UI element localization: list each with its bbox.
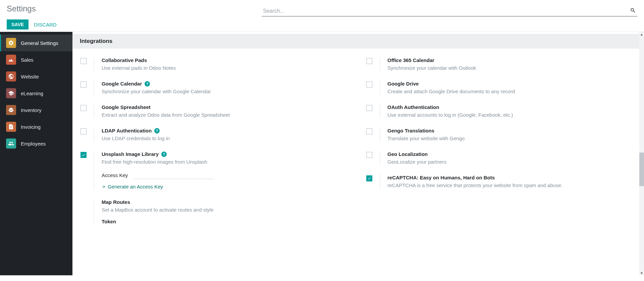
left-column: Collaborative PadsUse external pads in O… <box>80 54 350 230</box>
search-input[interactable] <box>262 6 637 16</box>
checkbox[interactable] <box>366 58 372 64</box>
discard-button[interactable]: DISCARD <box>34 22 57 27</box>
setting-body: Gengo TranslationsTranslate your website… <box>380 128 636 142</box>
setting-description: Create and attach Google Drive documents… <box>387 88 636 95</box>
setting-recaptcha-easy-on-humans-hard-on-bots: reCAPTCHA: Easy on Humans, Hard on Botsr… <box>366 171 636 195</box>
setting-title: reCAPTCHA: Easy on Humans, Hard on Bots <box>387 175 636 180</box>
checkbox[interactable] <box>366 175 372 181</box>
main-content: Integrations Collaborative PadsUse exter… <box>72 32 644 275</box>
help-icon[interactable]: ? <box>161 152 167 157</box>
setting-google-spreadsheet: Google SpreadsheetExtract and analyze Od… <box>80 101 350 124</box>
sidebar-item-inventory[interactable]: Inventory <box>0 102 72 118</box>
scrollbar-track[interactable]: ▲ ▼ <box>639 32 644 275</box>
setting-title: Collaborative Pads <box>102 57 350 63</box>
sidebar-item-label: Inventory <box>21 107 42 113</box>
setting-title-text: OAuth Authentication <box>387 104 439 110</box>
sidebar-item-label: General Settings <box>21 40 58 46</box>
setting-title-text: Google Calendar <box>102 81 142 87</box>
setting-title: Map Routes <box>102 199 350 205</box>
setting-description: Translate your website with Gengo <box>387 135 636 142</box>
body: General SettingsSalesWebsiteeLearningInv… <box>0 32 644 275</box>
header-bar: Settings SAVE DISCARD <box>0 0 644 32</box>
checkbox[interactable] <box>80 105 87 111</box>
setting-description: Synchronize your calendar with Outlook <box>387 64 636 71</box>
setting-title-text: LDAP Authentication <box>102 128 152 133</box>
setting-body: Google SpreadsheetExtract and analyze Od… <box>94 104 350 118</box>
sidebar-item-general-settings[interactable]: General Settings <box>0 35 72 51</box>
sidebar-item-invoicing[interactable]: Invoicing <box>0 118 72 135</box>
checkbox[interactable] <box>366 105 372 111</box>
sidebar-icon <box>6 55 16 65</box>
checkbox[interactable] <box>366 128 372 134</box>
integrations-block: Collaborative PadsUse external pads in O… <box>72 49 644 244</box>
checkbox[interactable] <box>80 128 87 134</box>
setting-title: Google Spreadsheet <box>102 104 350 110</box>
setting-oauth-authentication: OAuth AuthenticationUse external account… <box>366 101 636 124</box>
sidebar-item-label: Employees <box>21 141 46 147</box>
setting-ldap-authentication: LDAP Authentication?Use LDAP credentials… <box>80 124 350 148</box>
checkbox[interactable] <box>80 58 87 64</box>
checkbox[interactable] <box>80 152 87 158</box>
action-buttons: SAVE DISCARD <box>7 19 262 30</box>
setting-description: Use external pads in Odoo Notes <box>102 64 350 71</box>
setting-map-routes: Map RoutesSet a MapBox account to activa… <box>80 196 350 230</box>
setting-body: Office 365 CalendarSynchronize your cale… <box>380 57 636 71</box>
setting-title: Google Drive <box>387 81 636 87</box>
setting-title: Google Calendar? <box>102 81 350 87</box>
search-container <box>262 4 637 16</box>
generate-access-key-link[interactable]: Generate an Access Key <box>102 184 163 189</box>
checkbox[interactable] <box>366 152 372 158</box>
help-icon[interactable]: ? <box>145 81 150 87</box>
setting-office-365-calendar: Office 365 CalendarSynchronize your cale… <box>366 54 636 77</box>
sidebar-icon <box>6 138 16 149</box>
setting-geo-localization: Geo LocalizationGeoLocalize your partner… <box>366 148 636 171</box>
checkbox[interactable] <box>80 81 87 88</box>
setting-collaborative-pads: Collaborative PadsUse external pads in O… <box>80 54 350 77</box>
sidebar-item-employees[interactable]: Employees <box>0 135 72 152</box>
search-icon[interactable] <box>630 7 636 14</box>
access-key-row: Access Key <box>102 172 350 179</box>
setting-unsplash-image-library: Unsplash Image Library?Find free high-re… <box>80 148 350 196</box>
setting-body: Geo LocalizationGeoLocalize your partner… <box>380 151 636 165</box>
setting-body: OAuth AuthenticationUse external account… <box>380 104 636 118</box>
setting-title-text: Geo Localization <box>387 151 428 157</box>
sidebar-item-label: eLearning <box>21 91 43 96</box>
setting-body: Google DriveCreate and attach Google Dri… <box>380 81 636 95</box>
setting-description: Use external accounts to log in (Google,… <box>387 111 636 118</box>
sidebar-icon <box>6 105 16 115</box>
setting-title-text: Gengo Translations <box>387 128 434 133</box>
section-header-integrations: Integrations <box>72 34 644 49</box>
token-label: Token <box>102 219 350 224</box>
setting-body: Collaborative PadsUse external pads in O… <box>94 57 350 71</box>
setting-description: GeoLocalize your partners <box>387 158 636 165</box>
setting-title: Unsplash Image Library? <box>102 151 350 157</box>
setting-description: reCAPTCHA is a free service that protect… <box>387 182 636 189</box>
setting-title-text: Google Spreadsheet <box>102 104 151 110</box>
sidebar-item-website[interactable]: Website <box>0 68 72 85</box>
sidebar-item-elearning[interactable]: eLearning <box>0 85 72 102</box>
field-label: Access Key <box>102 172 128 178</box>
sidebar-item-sales[interactable]: Sales <box>0 51 72 68</box>
setting-title-text: Office 365 Calendar <box>387 57 434 63</box>
setting-title: LDAP Authentication? <box>102 128 350 133</box>
setting-title-text: reCAPTCHA: Easy on Humans, Hard on Bots <box>387 175 495 180</box>
scroll-up-arrow[interactable]: ▲ <box>639 32 644 37</box>
sidebar-icon <box>6 88 16 98</box>
setting-body: reCAPTCHA: Easy on Humans, Hard on Botsr… <box>380 175 636 189</box>
setting-title-text: Map Routes <box>102 199 130 205</box>
sidebar-item-label: Website <box>21 74 39 79</box>
sidebar-icon <box>6 38 16 48</box>
checkbox[interactable] <box>366 81 372 88</box>
setting-title: OAuth Authentication <box>387 104 636 110</box>
help-icon[interactable]: ? <box>154 128 160 133</box>
scrollbar-thumb[interactable] <box>639 153 644 186</box>
setting-description: Find free high-resolution images from Un… <box>102 158 350 165</box>
access-key-input[interactable] <box>134 172 214 179</box>
sidebar-item-label: Sales <box>21 57 34 63</box>
setting-title: Office 365 Calendar <box>387 57 636 63</box>
setting-description: Synchronize your calendar with Google Ca… <box>102 88 350 95</box>
right-column: Office 365 CalendarSynchronize your cale… <box>366 54 636 230</box>
setting-description: Extract and analyze Odoo data from Googl… <box>102 111 350 118</box>
save-button[interactable]: SAVE <box>7 19 29 30</box>
scroll-down-arrow[interactable]: ▼ <box>639 271 644 275</box>
